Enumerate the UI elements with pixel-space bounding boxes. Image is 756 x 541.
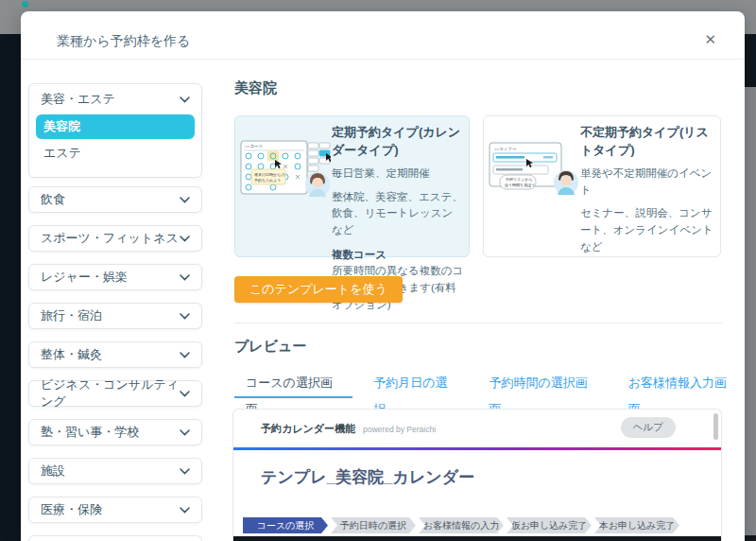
sidebar-group-header-beauty[interactable]: 美容・エステ [29, 84, 201, 114]
sidebar-item-label: 塾・習い事・学校 [41, 424, 139, 441]
template-line: セミナー、説明会、コンサート、オンラインイベントなど [580, 205, 715, 255]
chevron-down-icon [180, 197, 190, 203]
sidebar-item-medical[interactable]: 医療・保険 [28, 497, 202, 523]
sidebar-item-label: 医療・保険 [41, 501, 102, 518]
preview-brand: 予約カレンダー機能 [261, 422, 355, 436]
section-divider [234, 323, 722, 323]
help-button[interactable]: ヘルプ [621, 417, 676, 438]
chevron-down-icon [180, 429, 190, 436]
step-customer-input: お客様情報の入力 [419, 517, 504, 533]
app-logo-dot [22, 1, 28, 8]
sidebar-item-label: 整体・鍼灸 [41, 346, 102, 363]
preview-panel: 予約カレンダー機能 powered by Peraichi ヘルプ テンプレ_美… [232, 409, 722, 541]
preview-powered-by: powered by Peraichi [363, 425, 436, 434]
chevron-down-icon [180, 313, 190, 320]
chevron-down-icon [180, 96, 190, 103]
calendar-illustration: ○○コース 週末の11時からの [240, 128, 331, 247]
sidebar-item-travel[interactable]: 旅行・宿泊 [28, 303, 202, 329]
modal-title: 業種から予約枠を作る [57, 33, 190, 50]
template-card-list[interactable]: ○○セミナー 日程リストから 合う時間を選ぼう 不定期予約タイプ(リストタイプ)… [483, 115, 721, 257]
svg-text:○○セミナー: ○○セミナー [494, 147, 517, 151]
sidebar-item-facility[interactable]: 施設 [28, 458, 202, 484]
template-title: 定期予約タイプ(カレンダータイプ) [332, 124, 464, 160]
sidebar-item-label: スポーツ・フィットネス [41, 230, 179, 247]
seminar-list-illustration: ○○セミナー 日程リストから 合う時間を選ぼう [489, 128, 579, 247]
chevron-down-icon [180, 352, 190, 358]
modal-header-divider [21, 59, 745, 60]
sidebar-item-biyouin[interactable]: 美容院 [36, 114, 195, 139]
svg-text:○○コース: ○○コース [245, 144, 263, 148]
template-card-text: 不定期予約タイプ(リストタイプ) 単発や不定期開催のイベント セミナー、説明会、… [580, 124, 715, 263]
tab-date-select[interactable]: 予約月日の選択 [362, 370, 468, 398]
sidebar-group-label: 美容・エステ [41, 91, 115, 108]
preview-dark-section [233, 536, 721, 541]
industry-sidebar: 美容・エステ 美容院 エステ 飲食 スポーツ・フィットネス レジャー・娯楽 旅行… [28, 83, 202, 541]
chevron-down-icon [180, 468, 190, 475]
svg-text:予約を入れよう: 予約を入れよう [254, 178, 281, 183]
tab-course-select[interactable]: コースの選択画面 [234, 370, 352, 398]
chevron-down-icon [180, 274, 190, 281]
sidebar-item-label: 飲食 [41, 191, 65, 208]
backdrop-sidebar [0, 34, 21, 541]
backdrop-right-bottom [745, 535, 756, 541]
template-title: 不定期予約タイプ(リストタイプ) [580, 124, 715, 160]
step-final-complete: 本お申し込み完了 [594, 517, 679, 533]
sidebar-item-partial[interactable] [28, 535, 202, 541]
preview-heading: プレビュー [234, 338, 306, 356]
chevron-down-icon [180, 507, 190, 514]
sidebar-item-label: 旅行・宿泊 [41, 307, 102, 324]
sidebar-item-label: レジャー・娯楽 [41, 269, 128, 286]
sidebar-group-beauty: 美容・エステ 美容院 エステ [28, 83, 202, 178]
template-line: 毎日営業、定期開催 [332, 166, 464, 183]
preview-progress-steps: コースの選択 予約日時の選択 お客様情報の入力 仮お申し込み完了 本お申し込み完… [243, 517, 679, 533]
sidebar-item-leisure[interactable]: レジャー・娯楽 [28, 264, 202, 290]
backdrop-right [745, 87, 756, 535]
sidebar-item-restaurant[interactable]: 飲食 [28, 186, 202, 213]
step-datetime-select: 予約日時の選択 [331, 517, 416, 533]
close-icon[interactable]: ✕ [702, 30, 718, 48]
category-heading: 美容院 [234, 79, 277, 97]
preview-gradient-bar [233, 447, 721, 450]
template-feature-title: 複数コース [332, 248, 464, 262]
step-provisional-complete: 仮お申し込み完了 [507, 517, 592, 533]
template-card-calendar[interactable]: ○○コース 週末の11時からの [234, 115, 470, 257]
preview-brand-row: 予約カレンダー機能 powered by Peraichi [261, 422, 436, 436]
sidebar-item-school[interactable]: 塾・習い事・学校 [28, 419, 202, 445]
template-line: 単発や不定期開催のイベント [580, 166, 715, 200]
chevron-down-icon [180, 391, 190, 397]
backdrop-right-dark [745, 34, 756, 87]
sidebar-item-label: ビジネス・コンサルティング [41, 376, 180, 410]
preview-tabs: コースの選択画面 予約月日の選択 予約時間の選択画面 お客様情報入力画面 [234, 370, 756, 398]
preview-scrollbar-thumb[interactable] [713, 413, 718, 440]
preview-page-title: テンプレ_美容院_カレンダー [261, 466, 474, 488]
sidebar-item-label: 施設 [41, 462, 65, 480]
use-template-button[interactable]: このテンプレートを使う [234, 276, 403, 303]
sidebar-item-business[interactable]: ビジネス・コンサルティング [28, 380, 202, 407]
sidebar-item-seitai[interactable]: 整体・鍼灸 [28, 341, 202, 368]
template-line: 整体院、美容室、エステ、飲食、リモートレッスンなど [332, 189, 464, 239]
tab-time-select[interactable]: 予約時間の選択画面 [477, 370, 607, 398]
chevron-down-icon [180, 236, 190, 242]
tab-customer-info[interactable]: お客様情報入力画面 [617, 370, 747, 398]
step-course-select: コースの選択 [243, 517, 328, 533]
sidebar-item-esthe[interactable]: エステ [36, 141, 195, 166]
screen: 業種から予約枠を作る ✕ 美容・エステ 美容院 エステ 飲食 スポーツ・フィット… [0, 0, 756, 541]
sidebar-item-sports[interactable]: スポーツ・フィットネス [28, 225, 202, 252]
